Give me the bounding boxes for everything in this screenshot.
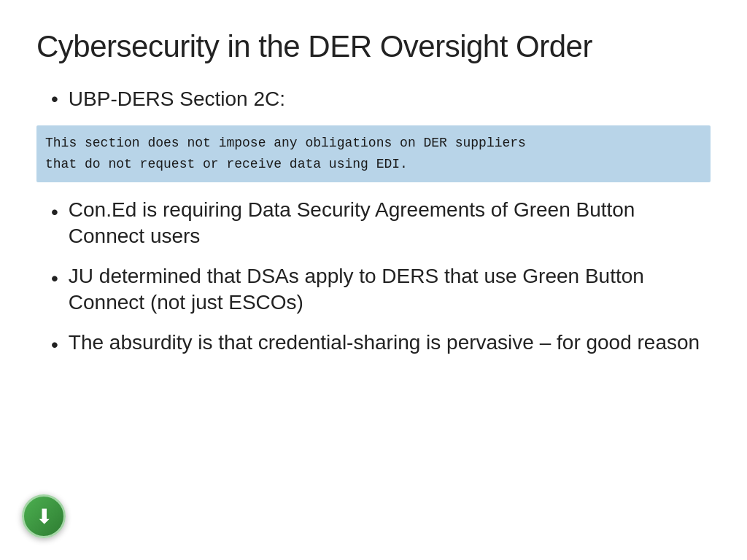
highlighted-quote: This section does not impose any obligat… — [36, 125, 711, 182]
bullet-text-2: JU determined that DSAs apply to DERS th… — [69, 263, 711, 316]
bullet-dot-1: • — [51, 88, 58, 111]
subheading-text: UBP-DERS Section 2C: — [69, 86, 285, 112]
list-item: • The absurdity is that credential-shari… — [51, 330, 711, 358]
download-button[interactable]: ⬇ — [22, 494, 66, 538]
subheading-bullet: • UBP-DERS Section 2C: — [51, 86, 711, 112]
list-item: • JU determined that DSAs apply to DERS … — [51, 263, 711, 316]
slide-container: Cybersecurity in the DER Oversight Order… — [0, 0, 747, 560]
list-item: • Con.Ed is requiring Data Security Agre… — [51, 197, 711, 250]
download-icon: ⬇ — [36, 507, 53, 527]
bullet-text-3: The absurdity is that credential-sharing… — [69, 330, 700, 356]
bullet-dot-3: • — [51, 265, 58, 292]
bullet-text-1: Con.Ed is requiring Data Security Agreem… — [69, 197, 711, 250]
bullet-dot-2: • — [51, 199, 58, 225]
subheading-section: • UBP-DERS Section 2C: — [36, 86, 711, 112]
main-bullet-list: • Con.Ed is requiring Data Security Agre… — [36, 197, 711, 358]
bullet-dot-4: • — [51, 332, 58, 358]
slide-title: Cybersecurity in the DER Oversight Order — [36, 29, 711, 64]
